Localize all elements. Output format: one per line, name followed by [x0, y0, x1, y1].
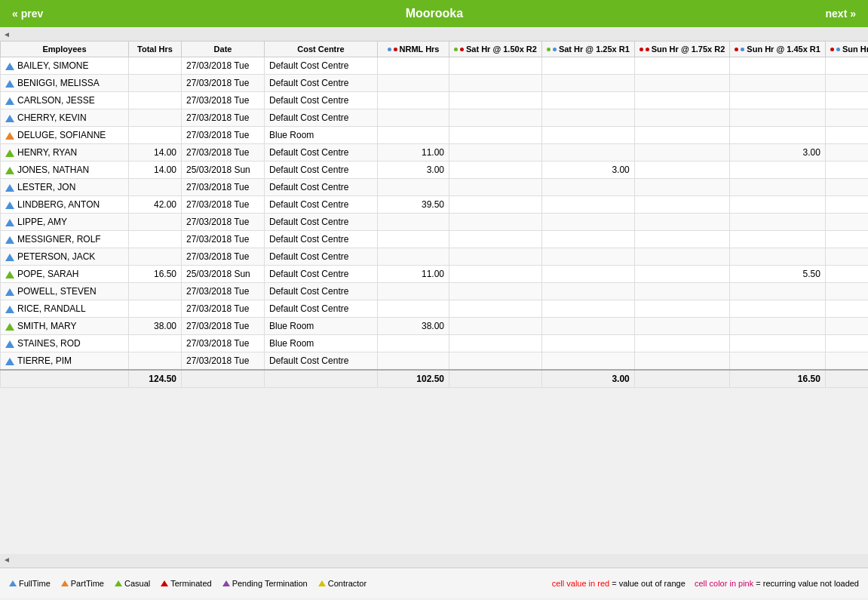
fulltime-icon: [5, 97, 14, 105]
table-cell: [730, 300, 826, 318]
table-cell: Default Cost Centre: [265, 75, 378, 92]
table-cell: [730, 75, 826, 92]
casual-icon: [115, 580, 122, 586]
dot-green2: [547, 48, 551, 51]
table-cell: [825, 92, 868, 109]
col-header-date: Date: [182, 42, 265, 57]
table-cell: [129, 179, 182, 196]
table-cell: [541, 144, 634, 162]
totals-cell: [825, 370, 868, 388]
table-cell: 27/03/2018 Tue: [182, 57, 265, 75]
totals-cell: 3.00: [541, 370, 634, 388]
totals-cell: 102.50: [378, 370, 449, 388]
table-cell: 8.00: [825, 162, 868, 179]
table-cell: 27/03/2018 Tue: [182, 318, 265, 335]
table-cell: 27/03/2018 Tue: [182, 92, 265, 109]
table-cell: [541, 75, 634, 92]
table-cell: BENIGGI, MELISSA: [1, 75, 129, 92]
table-cell: 27/03/2018 Tue: [182, 283, 265, 300]
table-cell: [449, 248, 542, 266]
legend-note: cell value in red = value out of range c…: [552, 579, 859, 588]
table-cell: [449, 179, 542, 196]
table-cell: [825, 144, 868, 162]
table-row: JONES, NATHAN14.0025/03/2018 SunDefault …: [1, 162, 869, 179]
table-row: PETERSON, JACK27/03/2018 TueDefault Cost…: [1, 248, 869, 266]
fulltime-icon: [5, 115, 14, 122]
table-cell: [825, 127, 868, 144]
totals-cell: [634, 370, 730, 388]
col-header-sun-150-r1: Sun Hr @ 1.50x R1: [825, 42, 868, 57]
table-cell: [825, 283, 868, 300]
table-cell: [730, 318, 826, 335]
fulltime-icon: [5, 236, 14, 244]
table-cell: MESSIGNER, ROLF: [1, 231, 129, 248]
table-cell: [825, 300, 868, 318]
table-cell: 27/03/2018 Tue: [182, 300, 265, 318]
dot-red: [394, 48, 397, 51]
col-header-cost-centre: Cost Centre: [265, 42, 378, 57]
table-cell: HENRY, RYAN: [1, 144, 129, 162]
table-cell: [730, 231, 826, 248]
table-cell: Default Cost Centre: [265, 92, 378, 109]
table-cell: [541, 57, 634, 75]
table-row: MESSIGNER, ROLF27/03/2018 TueDefault Cos…: [1, 231, 869, 248]
col-header-sun-145-r1: Sun Hr @ 1.45x R1: [730, 42, 826, 57]
table-cell: LESTER, JON: [1, 179, 129, 196]
table-cell: [730, 335, 826, 352]
table-cell: [129, 109, 182, 127]
fulltime-icon: [5, 80, 14, 88]
table-cell: [634, 266, 730, 283]
table-cell: [541, 283, 634, 300]
table-cell: [378, 231, 449, 248]
table-cell: [129, 75, 182, 92]
table-cell: [541, 92, 634, 109]
table-cell: [449, 318, 542, 335]
table-row: CHERRY, KEVIN27/03/2018 TueDefault Cost …: [1, 109, 869, 127]
table-cell: [634, 248, 730, 266]
next-link[interactable]: next »: [826, 8, 856, 20]
dot-blue2: [553, 48, 557, 51]
table-cell: [449, 352, 542, 371]
totals-cell: [1, 370, 129, 388]
table-row: SMITH, MARY38.0027/03/2018 TueBlue Room3…: [1, 318, 869, 335]
table-cell: 14.00: [129, 144, 182, 162]
table-cell: 16.50: [129, 266, 182, 283]
table-cell: 38.00: [378, 318, 449, 335]
fulltime-icon: [9, 580, 17, 586]
table-cell: [449, 335, 542, 352]
totals-cell: [182, 370, 265, 388]
table-cell: [378, 57, 449, 75]
table-cell: [449, 214, 542, 231]
fulltime-icon: [5, 254, 14, 261]
table-cell: [378, 248, 449, 266]
table-cell: POWELL, STEVEN: [1, 283, 129, 300]
legend-parttime-label: PartTime: [71, 579, 104, 588]
table-cell: [449, 196, 542, 214]
table-cell: 25/03/2018 Sun: [182, 162, 265, 179]
scroll-arrow-left[interactable]: ◄: [3, 30, 11, 38]
scroll-hint-bottom: ◄: [0, 554, 868, 568]
table-cell: [634, 214, 730, 231]
table-cell: [634, 352, 730, 371]
table-cell: [129, 300, 182, 318]
table-cell: [634, 179, 730, 196]
table-cell: [541, 266, 634, 283]
scroll-arrow-bottom[interactable]: ◄: [0, 554, 868, 565]
table-cell: [634, 127, 730, 144]
table-row: HENRY, RYAN14.0027/03/2018 TueDefault Co…: [1, 144, 869, 162]
table-row: TIERRE, PIM27/03/2018 TueDefault Cost Ce…: [1, 352, 869, 371]
legend-casual: Casual: [115, 579, 150, 588]
dot-green: [454, 48, 458, 51]
table-cell: [541, 248, 634, 266]
legend-terminated: Terminated: [161, 579, 211, 588]
col-header-nrml-hrs: NRML Hrs: [378, 42, 449, 57]
prev-link[interactable]: « prev: [12, 8, 43, 20]
table-cell: [378, 75, 449, 92]
table-cell: [129, 352, 182, 371]
table-cell: [378, 92, 449, 109]
table-cell: [541, 196, 634, 214]
table-cell: [634, 57, 730, 75]
table-cell: [730, 248, 826, 266]
table-cell: [825, 231, 868, 248]
table-cell: [634, 300, 730, 318]
